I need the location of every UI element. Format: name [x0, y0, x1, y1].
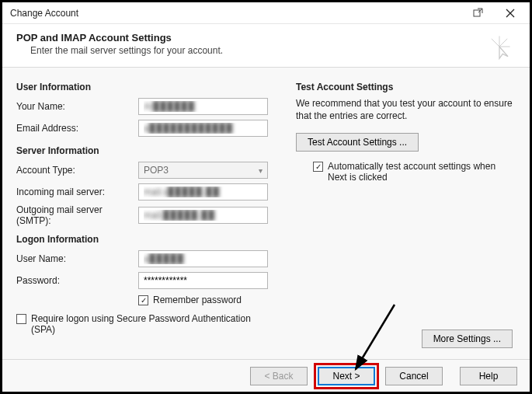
server-info-heading: Server Information	[16, 145, 280, 156]
page-subtitle: Enter the mail server settings for your …	[30, 45, 516, 56]
cancel-button[interactable]: Cancel	[385, 367, 443, 385]
email-label: Email Address:	[16, 123, 138, 134]
outgoing-label: Outgoing mail server (SMTP):	[16, 204, 138, 226]
left-column: User Information Your Name: Email Addres…	[16, 78, 280, 351]
help-button[interactable]: Help	[460, 367, 517, 385]
change-account-window: Change Account POP and IMAP Account Sett…	[0, 0, 532, 394]
svg-rect-0	[474, 10, 480, 16]
your-name-label: Your Name:	[16, 101, 138, 112]
header: POP and IMAP Account Settings Enter the …	[2, 24, 530, 67]
back-button[interactable]: < Back	[250, 367, 308, 385]
your-name-input[interactable]	[138, 98, 268, 115]
chevron-down-icon: ▾	[259, 166, 263, 175]
account-type-value: POP3	[144, 165, 169, 176]
remember-password-label: Remember password	[153, 295, 242, 305]
username-label: User Name:	[16, 253, 138, 264]
password-label: Password:	[16, 275, 138, 286]
window-title: Change Account	[5, 8, 461, 19]
page-title: POP and IMAP Account Settings	[16, 32, 516, 44]
spa-label: Require logon using Secure Password Auth…	[31, 313, 264, 335]
more-settings-button[interactable]: More Settings ...	[422, 329, 513, 348]
email-input[interactable]	[138, 120, 268, 137]
password-input[interactable]	[138, 272, 268, 289]
logon-info-heading: Logon Information	[16, 234, 280, 245]
popout-button[interactable]	[461, 3, 494, 23]
next-button[interactable]: Next >	[318, 367, 375, 385]
test-settings-heading: Test Account Settings	[296, 82, 516, 92]
remember-password-checkbox[interactable]	[138, 295, 148, 305]
right-column: Test Account Settings We recommend that …	[296, 78, 516, 351]
username-input[interactable]	[138, 250, 268, 267]
test-settings-desc: We recommend that you test your account …	[296, 97, 516, 122]
close-button[interactable]	[494, 3, 527, 23]
account-type-label: Account Type:	[16, 165, 138, 176]
footer: < Back Next > Cancel Help	[2, 359, 530, 392]
next-button-highlight: Next >	[314, 363, 379, 389]
auto-test-checkbox[interactable]	[313, 162, 323, 172]
titlebar: Change Account	[2, 2, 530, 24]
popout-icon	[473, 8, 483, 18]
spa-checkbox[interactable]	[16, 314, 26, 324]
body: User Information Your Name: Email Addres…	[2, 68, 530, 359]
user-info-heading: User Information	[16, 82, 280, 92]
close-icon	[506, 9, 515, 18]
account-type-select[interactable]: POP3 ▾	[138, 162, 268, 179]
cursor-decor-icon	[486, 33, 513, 60]
incoming-label: Incoming mail server:	[16, 187, 138, 197]
incoming-server-input[interactable]	[138, 183, 268, 200]
auto-test-label: Automatically test account settings when…	[328, 161, 514, 183]
outgoing-server-input[interactable]	[138, 207, 268, 224]
test-account-settings-button[interactable]: Test Account Settings ...	[296, 133, 419, 152]
